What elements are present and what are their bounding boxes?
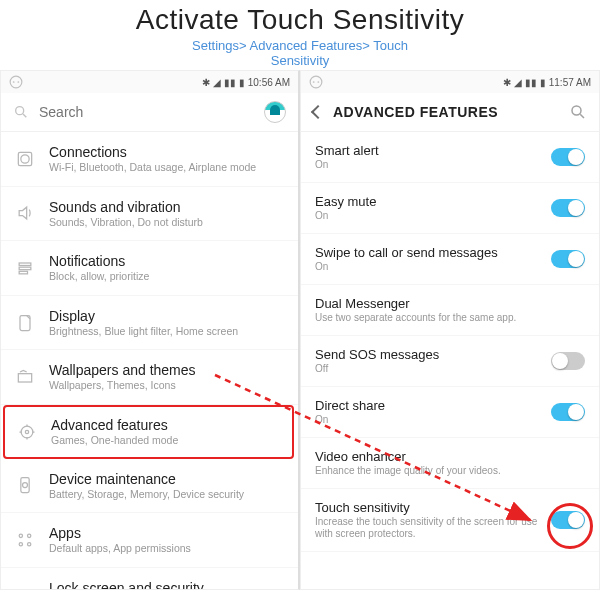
search-input[interactable] [39,104,254,120]
toggle-switch[interactable] [551,148,585,166]
settings-item-advanced-features[interactable]: Advanced features Games, One-handed mode [3,405,294,459]
item-subtitle: Off [315,363,551,375]
status-bar: ✱ ◢ ▮▮ ▮ 10:56 AM [1,71,298,93]
toggle-switch[interactable] [551,199,585,217]
svg-line-25 [580,114,584,118]
item-subtitle: Battery, Storage, Memory, Device securit… [49,488,284,501]
screen-header: ADVANCED FEATURES [301,93,599,132]
item-subtitle: Use two separate accounts for the same a… [315,312,585,324]
af-item-send-sos-messages[interactable]: Send SOS messages Off [301,336,599,387]
item-label: Wallpapers and themes [49,362,284,378]
af-item-smart-alert[interactable]: Smart alert On [301,132,599,183]
svg-rect-7 [19,263,31,266]
settings-item-display[interactable]: Display Brightness, Blue light filter, H… [1,296,298,351]
signal-icon: ▮▮ [224,77,236,88]
svg-point-17 [28,534,31,537]
settings-item-sounds-and-vibration[interactable]: Sounds and vibration Sounds, Vibration, … [1,187,298,242]
advanced-features-list: Smart alert On Easy mute On Swipe to cal… [301,132,599,589]
af-item-easy-mute[interactable]: Easy mute On [301,183,599,234]
reddit-icon [309,75,323,89]
toggle-switch[interactable] [551,352,585,370]
item-subtitle: On [315,414,551,426]
settings-item-notifications[interactable]: Notifications Block, allow, prioritize [1,241,298,296]
item-body: Apps Default apps, App permissions [49,525,284,555]
svg-point-18 [19,542,22,545]
toggle-switch[interactable] [551,250,585,268]
item-subtitle: Sounds, Vibration, Do not disturb [49,216,284,229]
svg-point-22 [313,81,315,83]
af-item-dual-messenger[interactable]: Dual Messenger Use two separate accounts… [301,285,599,336]
notif-icon [15,258,35,278]
advanced-features-screen: ✱ ◢ ▮▮ ▮ 11:57 AM ADVANCED FEATURES Smar… [300,70,600,590]
settings-item-lock-screen-and-security[interactable]: Lock screen and security Always On Displ… [1,568,298,589]
item-body: Easy mute On [315,194,551,222]
item-label: Lock screen and security [49,580,284,589]
settings-main-screen: ✱ ◢ ▮▮ ▮ 10:56 AM Connections Wi-Fi, Blu… [0,70,300,590]
item-label: Easy mute [315,194,551,209]
af-item-swipe-to-call-or-send-messages[interactable]: Swipe to call or send messages On [301,234,599,285]
battery-icon: ▮ [239,77,245,88]
item-label: Touch sensitivity [315,500,551,515]
item-subtitle: On [315,159,551,171]
search-icon [13,104,29,120]
search-bar[interactable] [1,93,298,132]
item-subtitle: Default apps, App permissions [49,542,284,555]
wallpaper-icon [15,367,35,387]
settings-item-connections[interactable]: Connections Wi-Fi, Bluetooth, Data usage… [1,132,298,187]
display-icon [15,313,35,333]
item-body: Smart alert On [315,143,551,171]
item-label: Direct share [315,398,551,413]
af-item-direct-share[interactable]: Direct share On [301,387,599,438]
item-subtitle: Brightness, Blue light filter, Home scre… [49,325,284,338]
signal-icon: ▮▮ [525,77,537,88]
status-bar: ✱ ◢ ▮▮ ▮ 11:57 AM [301,71,599,93]
svg-point-15 [23,483,28,488]
page-title: Activate Touch Sensitivity [0,4,600,36]
item-body: Connections Wi-Fi, Bluetooth, Data usage… [49,144,284,174]
item-label: Send SOS messages [315,347,551,362]
advanced-icon [17,422,37,442]
settings-item-device-maintenance[interactable]: Device maintenance Battery, Storage, Mem… [1,459,298,514]
svg-rect-11 [18,374,31,382]
item-body: Notifications Block, allow, prioritize [49,253,284,283]
svg-point-3 [16,107,24,115]
item-body: Direct share On [315,398,551,426]
item-body: Wallpapers and themes Wallpapers, Themes… [49,362,284,392]
svg-point-0 [10,76,22,88]
apps-icon [15,530,35,550]
svg-point-16 [19,534,22,537]
search-icon[interactable] [569,103,587,121]
svg-point-23 [317,81,319,83]
status-time: 11:57 AM [549,77,591,88]
svg-rect-9 [19,271,27,274]
toggle-switch[interactable] [551,511,585,529]
item-label: Sounds and vibration [49,199,284,215]
item-body: Touch sensitivity Increase the touch sen… [315,500,551,540]
item-body: Video enhancer Enhance the image quality… [315,449,585,477]
item-subtitle: On [315,210,551,222]
item-label: Swipe to call or send messages [315,245,551,260]
maintenance-icon [15,475,35,495]
bluetooth-icon: ✱ [202,77,210,88]
item-subtitle: Games, One-handed mode [51,434,280,447]
settings-list: Connections Wi-Fi, Bluetooth, Data usage… [1,132,298,589]
avatar[interactable] [264,101,286,123]
status-time: 10:56 AM [248,77,290,88]
svg-point-21 [310,76,322,88]
item-body: Device maintenance Battery, Storage, Mem… [49,471,284,501]
settings-item-wallpapers-and-themes[interactable]: Wallpapers and themes Wallpapers, Themes… [1,350,298,405]
af-item-video-enhancer[interactable]: Video enhancer Enhance the image quality… [301,438,599,489]
back-icon[interactable] [311,105,325,119]
item-label: Connections [49,144,284,160]
toggle-switch[interactable] [551,403,585,421]
settings-item-apps[interactable]: Apps Default apps, App permissions [1,513,298,568]
item-body: Swipe to call or send messages On [315,245,551,273]
tutorial-header: Activate Touch Sensitivity Settings> Adv… [0,0,600,70]
svg-point-12 [21,426,33,438]
svg-line-4 [23,114,26,117]
item-subtitle: Wi-Fi, Bluetooth, Data usage, Airplane m… [49,161,284,174]
item-subtitle: Wallpapers, Themes, Icons [49,379,284,392]
item-body: Sounds and vibration Sounds, Vibration, … [49,199,284,229]
sound-icon [15,203,35,223]
af-item-touch-sensitivity[interactable]: Touch sensitivity Increase the touch sen… [301,489,599,552]
